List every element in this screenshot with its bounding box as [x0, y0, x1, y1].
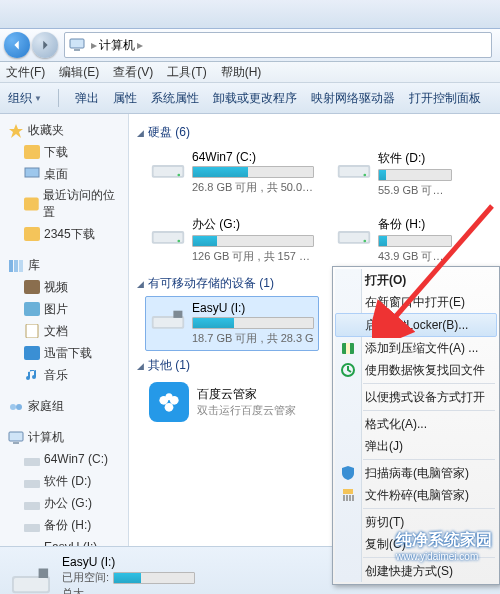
baidu-cloud-icon: [149, 382, 189, 422]
shield-icon: [340, 465, 356, 481]
videos-icon: [24, 280, 40, 294]
folder-icon: [24, 227, 40, 241]
sidebar-lib-videos[interactable]: 视频: [0, 276, 128, 298]
breadcrumb-computer[interactable]: 计算机: [99, 37, 135, 54]
drive-g-bar: [192, 235, 314, 247]
sidebar-lib-documents[interactable]: 文档: [0, 320, 128, 342]
ctx-format[interactable]: 格式化(A)...: [335, 413, 497, 435]
ctx-enable-bitlocker[interactable]: 启用 BitLocker(B)...: [335, 313, 497, 337]
svg-rect-10: [24, 302, 40, 316]
ctx-sep-1: [363, 383, 495, 384]
svg-rect-7: [14, 260, 18, 272]
drive-c-name: 64Win7 (C:): [192, 150, 314, 164]
svg-point-40: [166, 393, 173, 400]
svg-point-14: [16, 404, 22, 410]
ctx-open-new-window[interactable]: 在新窗口中打开(E): [335, 291, 497, 313]
cmd-organize[interactable]: 组织▼: [8, 90, 42, 107]
navigation-pane: 收藏夹 下载 桌面 最近访问的位置 2345下载 库 视频 图片 文档 迅雷下载…: [0, 114, 129, 546]
menu-tools[interactable]: 工具(T): [167, 64, 206, 81]
svg-rect-8: [19, 260, 23, 272]
collapse-triangle-icon: ◢: [137, 279, 144, 289]
computer-icon: [8, 431, 24, 445]
ctx-open[interactable]: 打开(O): [335, 269, 497, 291]
drive-i-caption: 18.7 GB 可用 , 共 28.3 G: [192, 331, 314, 346]
svg-rect-35: [154, 318, 183, 327]
sidebar-drive-d[interactable]: 软件 (D:): [0, 470, 128, 492]
svg-point-33: [363, 240, 366, 243]
ctx-scan-virus[interactable]: 扫描病毒(电脑管家): [335, 462, 497, 484]
menu-help[interactable]: 帮助(H): [221, 64, 262, 81]
sidebar-lib-xunlei[interactable]: 迅雷下载: [0, 342, 128, 364]
sidebar-drive-c[interactable]: 64Win7 (C:): [0, 448, 128, 470]
drive-i-removable[interactable]: EasyU (I:)18.7 GB 可用 , 共 28.3 G: [145, 296, 319, 351]
ctx-file-shredder[interactable]: 文件粉碎(电脑管家): [335, 484, 497, 506]
ctx-sep-3: [363, 459, 495, 460]
collapse-triangle-icon: ◢: [137, 361, 144, 371]
ctx-create-shortcut[interactable]: 创建快捷方式(S): [335, 560, 497, 582]
drive-i-name: EasyU (I:): [192, 301, 314, 315]
pictures-icon: [24, 302, 40, 316]
details-total-label: 总大: [62, 586, 195, 594]
sidebar-computer[interactable]: 计算机: [4, 427, 124, 448]
sidebar-libraries[interactable]: 库: [0, 255, 128, 276]
sidebar-lib-pictures[interactable]: 图片: [0, 298, 128, 320]
hdd-icon: [150, 216, 186, 248]
svg-rect-1: [74, 49, 80, 51]
drive-h[interactable]: 备份 (H:)43.9 GB 可用 , 共 49: [331, 211, 457, 269]
svg-rect-47: [343, 489, 353, 494]
archive-icon: [340, 340, 356, 356]
menu-edit[interactable]: 编辑(E): [59, 64, 99, 81]
sidebar-fav-downloads[interactable]: 下载: [0, 141, 128, 163]
drive-d-name: 软件 (D:): [378, 150, 452, 167]
cmd-map-network-drive[interactable]: 映射网络驱动器: [311, 90, 395, 107]
address-bar[interactable]: ▸ 计算机 ▸: [64, 32, 492, 58]
svg-point-39: [165, 403, 174, 412]
cmd-system-properties[interactable]: 系统属性: [151, 90, 199, 107]
hdd-icon: [336, 216, 372, 248]
svg-rect-9: [24, 280, 40, 294]
sidebar-drive-h[interactable]: 备份 (H:): [0, 514, 128, 536]
ctx-sep-4: [363, 508, 495, 509]
ctx-eject[interactable]: 弹出(J): [335, 435, 497, 457]
window-titlebar: [0, 0, 500, 29]
drive-g[interactable]: 办公 (G:)126 GB 可用 , 共 157 GB: [145, 211, 319, 269]
cmd-eject[interactable]: 弹出: [75, 90, 99, 107]
svg-rect-6: [9, 260, 13, 272]
drive-g-caption: 126 GB 可用 , 共 157 GB: [192, 249, 314, 264]
sidebar-homegroup[interactable]: 家庭组: [0, 396, 128, 417]
cmd-control-panel[interactable]: 打开控制面板: [409, 90, 481, 107]
sidebar-drive-g[interactable]: 办公 (G:): [0, 492, 128, 514]
cmd-uninstall[interactable]: 卸载或更改程序: [213, 90, 297, 107]
sidebar-lib-music[interactable]: 音乐: [0, 364, 128, 386]
section-hard-disks[interactable]: ◢硬盘 (6): [137, 124, 500, 141]
ctx-data-recovery[interactable]: 使用数据恢复找回文件: [335, 359, 497, 381]
svg-rect-5: [24, 227, 40, 241]
drive-c[interactable]: 64Win7 (C:)26.8 GB 可用 , 共 50.0 GB: [145, 145, 319, 203]
ctx-add-to-archive[interactable]: 添加到压缩文件(A) ...: [335, 337, 497, 359]
sidebar-fav-2345[interactable]: 2345下载: [0, 223, 128, 245]
ctx-open-portable[interactable]: 以便携式设备方式打开: [335, 386, 497, 408]
drive-h-caption: 43.9 GB 可用 , 共 49: [378, 249, 452, 264]
cmd-properties[interactable]: 属性: [113, 90, 137, 107]
computer-icon: [69, 38, 85, 52]
svg-point-30: [177, 240, 180, 243]
desktop-icon: [24, 167, 40, 181]
sidebar-fav-recent[interactable]: 最近访问的位置: [0, 185, 128, 223]
sidebar-favorites[interactable]: 收藏夹: [0, 120, 128, 141]
svg-rect-36: [173, 311, 182, 318]
details-name: EasyU (I:): [62, 555, 195, 570]
menu-view[interactable]: 查看(V): [113, 64, 153, 81]
library-icon: [8, 259, 24, 273]
star-icon: [8, 124, 24, 138]
drive-h-bar: [378, 235, 452, 247]
sidebar-drive-i[interactable]: EasyU (I:): [0, 536, 128, 546]
svg-rect-16: [13, 442, 19, 444]
menu-file[interactable]: 文件(F): [6, 64, 45, 81]
svg-rect-45: [346, 343, 350, 354]
collapse-triangle-icon: ◢: [137, 128, 144, 138]
svg-rect-42: [14, 578, 48, 591]
forward-button[interactable]: [32, 32, 58, 58]
drive-d[interactable]: 软件 (D:)55.9 GB 可用 , 共 61: [331, 145, 457, 203]
back-button[interactable]: [4, 32, 30, 58]
sidebar-fav-desktop[interactable]: 桌面: [0, 163, 128, 185]
